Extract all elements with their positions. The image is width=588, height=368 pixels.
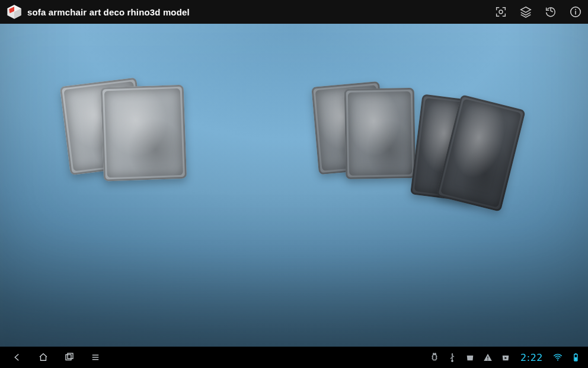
app-title: sofa armchair art deco rhino3d model (27, 7, 190, 17)
svg-point-4 (499, 10, 503, 14)
back-icon[interactable] (12, 352, 23, 363)
svg-point-15 (435, 353, 436, 354)
app-actions (488, 0, 588, 24)
svg-point-7 (575, 9, 576, 10)
menu-icon[interactable] (90, 352, 101, 363)
cushion-pair-1[interactable] (62, 76, 193, 185)
info-icon[interactable] (563, 0, 588, 24)
svg-rect-26 (575, 357, 577, 360)
status-clock: 2:22 (520, 352, 543, 363)
svg-point-23 (557, 359, 558, 360)
system-nav-bar: 2:22 (0, 347, 588, 368)
recent-apps-icon[interactable] (64, 352, 75, 363)
fit-view-icon[interactable] (488, 0, 513, 24)
store-icon (465, 352, 475, 363)
battery-icon (570, 352, 581, 363)
home-icon[interactable] (38, 352, 49, 363)
play-icon (500, 352, 511, 363)
layers-icon[interactable] (513, 0, 538, 24)
svg-point-22 (487, 359, 488, 360)
svg-point-20 (452, 360, 453, 361)
cushion-pair-2[interactable] (313, 81, 422, 187)
cushion-1b (101, 85, 187, 182)
svg-point-14 (433, 353, 434, 354)
app-bar: sofa armchair art deco rhino3d model (0, 0, 588, 24)
viewport (0, 24, 588, 347)
svg-rect-9 (68, 353, 73, 359)
svg-rect-25 (575, 353, 576, 354)
cushion-2b (344, 88, 416, 179)
app-launcher-icon (6, 4, 23, 20)
warning-icon (482, 352, 493, 363)
svg-rect-13 (433, 355, 436, 360)
cushion-pair-3[interactable] (405, 90, 528, 222)
usb-icon (447, 352, 458, 363)
orbit-icon[interactable] (538, 0, 563, 24)
wifi-icon (552, 352, 563, 363)
debug-icon (429, 352, 440, 363)
svg-rect-8 (66, 355, 71, 360)
